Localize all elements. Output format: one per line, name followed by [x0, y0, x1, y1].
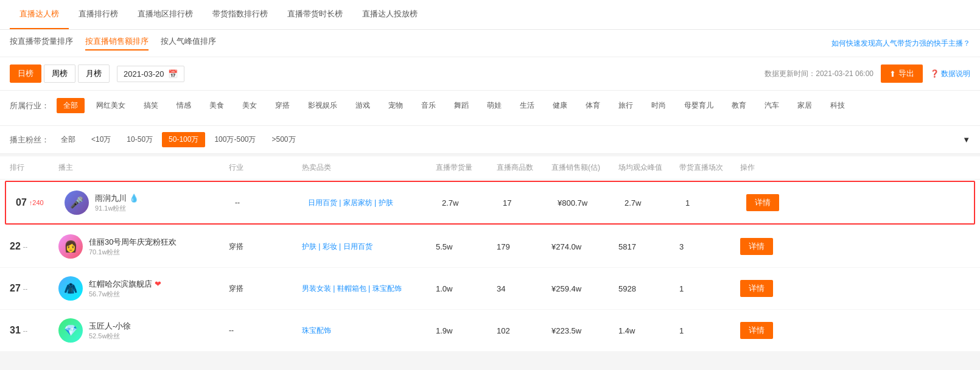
top-nav-tab-goods-index[interactable]: 带货指数排行榜 — [203, 0, 278, 29]
fans-tag-10-50w[interactable]: 10-50万 — [120, 132, 159, 147]
industry-tag-9[interactable]: 宠物 — [382, 98, 410, 113]
volume-col-1: 2.7w — [442, 198, 503, 208]
sub-nav-tab-by-sales[interactable]: 按直播销售额排序 — [85, 36, 149, 51]
col-header-peak: 场均观众峰值 — [618, 162, 679, 173]
daily-btn[interactable]: 日榜 — [10, 65, 41, 83]
top-navigation: 直播达人榜 直播排行榜 直播地区排行榜 带货指数排行榜 直播带货时长榜 直播达人… — [0, 0, 980, 30]
fans-filter-section: 播主粉丝： 全部 <10万 10-50万 50-100万 100万-500万 >… — [0, 126, 980, 154]
industry-filter-row: 所属行业： 全部 网红美女 搞笑 情感 美食 美女 穿搭 影视娱乐 游戏 宠物 … — [10, 98, 970, 113]
rank-col-1: 07 ↑240 — [16, 197, 65, 208]
rank-col-2: 22 -- — [10, 241, 58, 252]
live-count-col-3: 1 — [679, 284, 740, 293]
industry-tag-22[interactable]: 科技 — [824, 98, 852, 113]
live-count-col-1: 1 — [685, 198, 746, 208]
how-to-find-link[interactable]: 如何快速发现高人气带货力强的快手主播？ — [831, 38, 970, 49]
rank-change-1: ↑240 — [29, 199, 44, 206]
volume-col-3: 1.0w — [436, 284, 497, 293]
monthly-btn[interactable]: 月榜 — [78, 65, 110, 83]
streamer-name-3[interactable]: 红帽哈尔滨旗舰店 ❤ — [89, 279, 161, 290]
industry-tag-10[interactable]: 音乐 — [415, 98, 443, 113]
sales-amount-col-3: ¥259.4w — [551, 284, 618, 293]
industry-tag-3[interactable]: 情感 — [170, 98, 198, 113]
top-nav-tab-live-ranking[interactable]: 直播排行榜 — [69, 0, 128, 29]
detail-btn-1[interactable]: 详情 — [746, 194, 779, 211]
volume-col-4: 1.9w — [436, 326, 497, 335]
industry-tag-1[interactable]: 网红美女 — [89, 98, 132, 113]
col-header-streamer: 播主 — [58, 162, 229, 173]
rank-col-3: 27 -- — [10, 283, 58, 294]
col-header-hot-items: 热卖品类 — [302, 162, 436, 173]
detail-btn-2[interactable]: 详情 — [740, 238, 773, 255]
streamer-name-1[interactable]: 雨润九川 💧 — [95, 193, 139, 204]
date-picker[interactable]: 2021-03-20 📅 — [117, 66, 184, 82]
industry-tag-6[interactable]: 穿搭 — [268, 98, 296, 113]
top-nav-tab-live-influencer[interactable]: 直播达人榜 — [10, 0, 69, 29]
sub-nav-left: 按直播带货量排序 按直播销售额排序 按人气峰值排序 — [10, 36, 216, 51]
action-col-4: 详情 — [740, 322, 789, 339]
industry-tag-4[interactable]: 美食 — [203, 98, 231, 113]
product-count-col-1: 17 — [503, 198, 558, 208]
fans-tag-100-500w[interactable]: 100万-500万 — [208, 132, 262, 147]
update-time: 数据更新时间：2021-03-21 06:00 — [765, 69, 873, 79]
expand-icon[interactable]: ▼ — [962, 135, 970, 144]
industry-tag-19[interactable]: 教育 — [725, 98, 753, 113]
fans-tag-under-10w[interactable]: <10万 — [85, 132, 117, 147]
peak-col-4: 1.4w — [618, 326, 679, 335]
streamer-fans-2: 70.1w粉丝 — [89, 248, 177, 257]
industry-filter-section: 所属行业： 全部 网红美女 搞笑 情感 美食 美女 穿搭 影视娱乐 游戏 宠物 … — [0, 91, 980, 126]
industry-tag-16[interactable]: 旅行 — [612, 98, 640, 113]
data-hint-link[interactable]: ❓ 数据说明 — [930, 69, 970, 79]
industry-tag-20[interactable]: 汽车 — [758, 98, 786, 113]
export-button[interactable]: ⬆ 导出 — [881, 65, 923, 83]
industry-col-1: -- — [235, 198, 308, 207]
industry-tag-all[interactable]: 全部 — [57, 98, 85, 113]
col-header-rank: 排行 — [10, 162, 58, 173]
streamer-details-4: 玉匠人-小徐 52.5w粉丝 — [89, 321, 131, 341]
rank-number-3: 27 — [10, 283, 21, 294]
top-nav-tab-live-ad[interactable]: 直播达人投放榜 — [352, 0, 427, 29]
fans-tag-50-100w[interactable]: 50-100万 — [162, 132, 205, 147]
industry-tag-17[interactable]: 时尚 — [645, 98, 673, 113]
industry-tag-21[interactable]: 家居 — [791, 98, 819, 113]
sub-nav-tab-by-volume[interactable]: 按直播带货量排序 — [10, 36, 73, 51]
detail-btn-3[interactable]: 详情 — [740, 280, 773, 297]
industry-tag-7[interactable]: 影视娱乐 — [301, 98, 344, 113]
streamer-details-2: 佳丽30号周年庆宠粉狂欢 70.1w粉丝 — [89, 237, 177, 257]
live-count-col-2: 3 — [679, 242, 740, 251]
industry-tag-2[interactable]: 搞笑 — [137, 98, 165, 113]
col-header-product-count: 直播商品数 — [497, 162, 551, 173]
avatar-1: 🎤 — [65, 190, 89, 215]
sales-amount-col-2: ¥274.0w — [551, 242, 618, 251]
top-nav-tab-live-duration[interactable]: 直播带货时长榜 — [278, 0, 352, 29]
streamer-name-2[interactable]: 佳丽30号周年庆宠粉狂欢 — [89, 237, 177, 248]
sub-nav-tab-by-popularity[interactable]: 按人气峰值排序 — [161, 36, 216, 51]
industry-tag-8[interactable]: 游戏 — [349, 98, 377, 113]
industry-tag-5[interactable]: 美女 — [236, 98, 264, 113]
industry-tag-13[interactable]: 生活 — [513, 98, 541, 113]
industry-tag-11[interactable]: 舞蹈 — [447, 98, 475, 113]
table-row: 31 -- 💎 玉匠人-小徐 52.5w粉丝 -- 珠宝配饰 1.9w 102 … — [0, 310, 980, 352]
avatar-2: 👩 — [58, 234, 83, 259]
peak-col-3: 5928 — [618, 284, 679, 293]
weekly-btn[interactable]: 周榜 — [44, 65, 75, 83]
hot-items-col-2: 护肤 | 彩妆 | 日用百货 — [302, 242, 436, 252]
upload-icon: ⬆ — [889, 69, 896, 79]
streamer-details-1: 雨润九川 💧 91.1w粉丝 — [95, 193, 139, 213]
toolbar-right: 数据更新时间：2021-03-21 06:00 ⬆ 导出 ❓ 数据说明 — [765, 65, 970, 83]
top-nav-tab-region-ranking[interactable]: 直播地区排行榜 — [128, 0, 203, 29]
streamer-col-4: 💎 玉匠人-小徐 52.5w粉丝 — [58, 318, 229, 343]
product-count-col-2: 179 — [497, 242, 551, 251]
industry-tag-14[interactable]: 健康 — [546, 98, 574, 113]
table-row: 22 -- 👩 佳丽30号周年庆宠粉狂欢 70.1w粉丝 穿搭 护肤 | 彩妆 … — [0, 226, 980, 268]
action-col-3: 详情 — [740, 280, 789, 297]
fans-tag-all[interactable]: 全部 — [54, 132, 82, 147]
industry-tag-12[interactable]: 萌娃 — [480, 98, 508, 113]
fans-tag-over-500w[interactable]: >500万 — [265, 132, 302, 147]
volume-col-2: 5.5w — [436, 242, 497, 251]
industry-tag-15[interactable]: 体育 — [579, 98, 607, 113]
toolbar: 日榜 周榜 月榜 2021-03-20 📅 数据更新时间：2021-03-21 … — [0, 57, 980, 91]
hot-items-col-3: 男装女装 | 鞋帽箱包 | 珠宝配饰 — [302, 284, 436, 294]
detail-btn-4[interactable]: 详情 — [740, 322, 773, 339]
industry-tag-18[interactable]: 母婴育儿 — [677, 98, 720, 113]
streamer-name-4[interactable]: 玉匠人-小徐 — [89, 321, 131, 332]
